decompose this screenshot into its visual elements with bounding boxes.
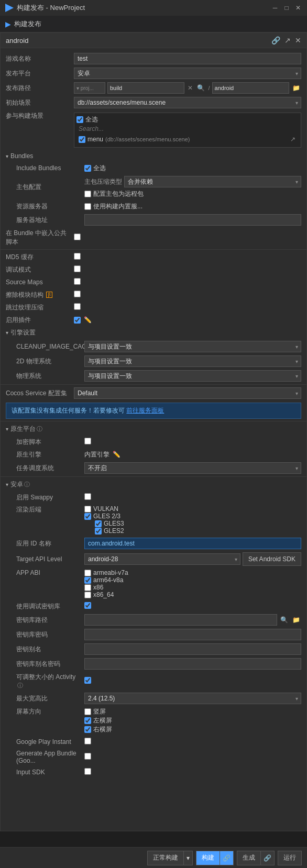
path-folder-icon[interactable]: 📁 — [291, 83, 301, 93]
x86-64-checkbox[interactable] — [84, 592, 91, 598]
scene-item-menu-checkbox[interactable] — [79, 136, 85, 143]
close-button[interactable]: ✕ — [294, 4, 302, 12]
encrypt-script-row: 加密脚本 — [11, 436, 306, 448]
server-address-value — [84, 214, 301, 226]
embed-script-checkbox[interactable] — [74, 233, 81, 240]
enable-plugin-edit-icon[interactable]: ✏️ — [83, 315, 93, 325]
app-id-row: 应用 ID 名称 — [11, 536, 306, 551]
scene-item-menu-goto[interactable]: ↗ — [289, 135, 297, 144]
physics2d-label: 2D 物理系统 — [16, 357, 84, 366]
run-group: 运行 — [278, 851, 302, 865]
main-bundle-label: 主包配置 — [16, 183, 84, 192]
keystore-password-input[interactable] — [84, 629, 301, 640]
app-icon — [5, 4, 14, 12]
title-bar-controls: ─ □ ✕ — [271, 4, 302, 12]
enable-plugin-checkbox-row: ✏️ — [74, 315, 301, 325]
debug-mode-checkbox[interactable] — [74, 265, 81, 272]
scene-select-all-row: 全选 — [76, 115, 299, 124]
platform-select[interactable]: 安卓 — [74, 68, 301, 79]
generate-bundle-checkbox[interactable] — [84, 753, 91, 760]
physics-select[interactable]: 与项目设置一致 — [84, 370, 301, 382]
landscape-right-checkbox[interactable] — [84, 726, 91, 733]
clean-modules-checkbox[interactable] — [74, 291, 81, 297]
landscape-left-checkbox[interactable] — [84, 717, 91, 724]
panel-open-icon[interactable]: ↗ — [284, 36, 291, 44]
generate-button[interactable]: 生成 — [237, 851, 261, 865]
compression-select-wrapper: 合并依赖 — [124, 176, 301, 187]
task-scheduler-select[interactable]: 不开启 — [84, 462, 301, 474]
keystore-path-folder-icon[interactable]: 📁 — [291, 615, 301, 625]
portrait-row: 竖屏 — [84, 707, 301, 716]
scene-item-menu-path: (db://assets/scenes/menu.scene) — [105, 136, 190, 142]
panel-header-icons: 🔗 ↗ ✕ — [271, 36, 301, 44]
enable-plugin-value: ✏️ — [74, 315, 301, 325]
input-sdk-checkbox[interactable] — [84, 768, 91, 775]
keystore-password-row: 密钥库密码 — [11, 627, 306, 642]
initial-scene-select[interactable]: db://assets/scenes/menu.scene — [74, 97, 301, 108]
arm64-v8a-checkbox[interactable] — [84, 577, 91, 584]
service-info-link[interactable]: 前往服务面板 — [126, 407, 164, 414]
enable-plugin-label: 启用插件 — [6, 316, 74, 325]
keystore-alias-password-input[interactable] — [84, 658, 301, 670]
source-maps-row: Source Maps — [1, 276, 306, 288]
cleanup-image-cache-select[interactable]: 与项目设置一致 — [84, 341, 301, 352]
maximize-button[interactable]: □ — [283, 4, 290, 12]
build-button[interactable]: 构建 — [196, 851, 220, 865]
md5-cache-checkbox[interactable] — [74, 253, 81, 260]
landscape-left-label: 左横屏 — [93, 716, 112, 725]
armeabi-v7a-checkbox[interactable] — [84, 570, 91, 576]
scene-search-input[interactable] — [79, 125, 297, 132]
target-api-select[interactable]: android-28 — [84, 553, 240, 565]
swappy-checkbox[interactable] — [84, 493, 91, 500]
include-bundles-checkbox[interactable] — [84, 165, 91, 172]
gles3-checkbox[interactable] — [95, 520, 102, 527]
keystore-alias-input[interactable] — [84, 643, 301, 655]
task-scheduler-wrapper: 不开启 — [84, 462, 301, 474]
server-address-input[interactable] — [84, 214, 301, 226]
panel-link-icon[interactable]: 🔗 — [271, 36, 280, 44]
source-maps-checkbox[interactable] — [74, 278, 81, 285]
portrait-checkbox[interactable] — [84, 708, 91, 715]
keystore-path-input[interactable] — [84, 614, 277, 626]
path-search-icon[interactable]: 🔍 — [196, 83, 206, 93]
enable-plugin-checkbox[interactable] — [74, 317, 81, 324]
normal-build-button[interactable]: 正常构建 — [148, 851, 184, 865]
debug-keystore-checkbox[interactable] — [84, 602, 91, 609]
build-link-icon[interactable]: 🔗 — [220, 851, 233, 865]
physics2d-select[interactable]: 与项目设置一致 — [84, 355, 301, 367]
run-button[interactable]: 运行 — [278, 851, 301, 865]
generate-link-icon[interactable]: 🔗 — [261, 851, 274, 865]
app-id-input[interactable] — [84, 538, 301, 549]
task-scheduler-row: 任务调度系统 不开启 — [11, 461, 306, 475]
path-prefix: ▾ proj... — [74, 82, 105, 94]
cleanup-image-cache-wrapper: 与项目设置一致 — [84, 341, 301, 352]
path-clear-icon[interactable]: ✕ — [187, 83, 194, 93]
panel-close-button[interactable]: ✕ — [295, 36, 301, 44]
engine-settings-section-header[interactable]: ▾ 引擎设置 — [1, 326, 306, 339]
remote-package-checkbox[interactable] — [84, 191, 91, 197]
scene-select-all-checkbox[interactable] — [76, 116, 83, 123]
swappy-value — [84, 493, 301, 502]
gles23-checkbox[interactable] — [84, 513, 91, 520]
native-platform-section-header[interactable]: ▾ 原生平台 ⓘ — [1, 422, 306, 436]
adjustable-activity-checkbox[interactable] — [84, 677, 91, 684]
normal-build-arrow[interactable]: ▾ — [184, 851, 192, 865]
max-aspect-ratio-select[interactable]: 2.4 (12.5) — [84, 693, 301, 704]
built-in-server-checkbox[interactable] — [84, 203, 91, 210]
include-bundles-all-label: 全选 — [93, 164, 106, 173]
minimize-button[interactable]: ─ — [271, 4, 279, 12]
gles2-checkbox[interactable] — [95, 528, 102, 535]
set-android-sdk-button[interactable]: Set Android SDK — [243, 552, 301, 566]
google-play-instant-checkbox[interactable] — [84, 738, 91, 744]
encrypt-script-checkbox[interactable] — [84, 438, 91, 444]
android-section-header[interactable]: ▾ 安卓 ⓘ — [1, 478, 306, 491]
keystore-path-search-icon[interactable]: 🔍 — [279, 615, 289, 625]
x86-checkbox[interactable] — [84, 584, 91, 591]
skip-texture-checkbox[interactable] — [74, 303, 81, 310]
cocos-service-select[interactable]: Default — [74, 387, 301, 399]
bundles-section-header[interactable]: ▾ Bundles — [1, 150, 306, 162]
compression-select[interactable]: 合并依赖 — [124, 176, 301, 187]
native-engine-edit-icon[interactable]: ✏️ — [112, 450, 122, 459]
game-name-input[interactable] — [74, 53, 301, 64]
vulkan-checkbox[interactable] — [84, 506, 91, 513]
